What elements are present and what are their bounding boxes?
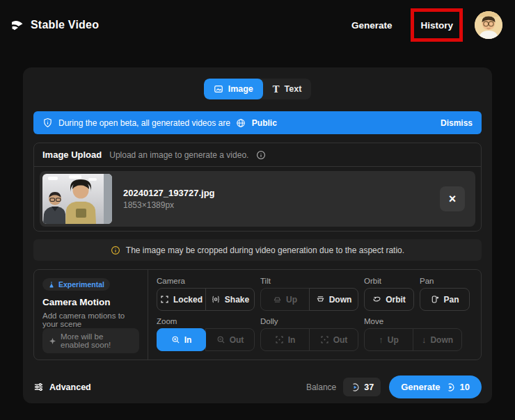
camera-motion-title: Camera Motion bbox=[42, 297, 139, 307]
arrow-down-icon: ↓ bbox=[422, 335, 427, 344]
dolly-out-button[interactable]: Out bbox=[309, 328, 358, 351]
move-up-label: Up bbox=[388, 335, 399, 345]
group-orbit: Orbit Orbit bbox=[364, 277, 414, 311]
zoom-in-button[interactable]: In bbox=[157, 328, 206, 351]
camera-shake-button[interactable]: Shake bbox=[205, 288, 255, 311]
remove-image-button[interactable]: × bbox=[440, 186, 465, 211]
pan-button[interactable]: Pan bbox=[420, 288, 470, 311]
text-icon: T bbox=[273, 85, 280, 94]
group-camera-label: Camera bbox=[157, 277, 255, 285]
tab-image[interactable]: Image bbox=[204, 79, 263, 99]
more-enabled-soon-label: More will be enabled soon! bbox=[61, 332, 133, 349]
top-nav: Generate History bbox=[351, 8, 502, 42]
balance-value: 37 bbox=[364, 382, 374, 392]
arrow-up-icon: ↑ bbox=[379, 335, 383, 344]
group-tilt-label: Tilt bbox=[260, 277, 358, 285]
group-move: Move ↑ Up ↓ Down bbox=[364, 317, 462, 351]
camera-motion-subtitle: Add camera motions to your scene bbox=[42, 312, 139, 328]
globe-icon bbox=[236, 118, 246, 128]
tilt-up-label: Up bbox=[286, 295, 297, 305]
zoom-in-label: In bbox=[184, 335, 192, 345]
warning-info-icon bbox=[111, 245, 120, 255]
balance-label: Balance bbox=[306, 382, 336, 392]
group-dolly-label: Dolly bbox=[260, 317, 358, 325]
flask-icon bbox=[48, 281, 55, 289]
dismiss-button[interactable]: Dismiss bbox=[441, 118, 473, 128]
zoom-out-label: Out bbox=[230, 335, 244, 345]
tab-text[interactable]: T Text bbox=[263, 79, 311, 99]
group-zoom: Zoom In bbox=[157, 317, 255, 351]
group-move-label: Move bbox=[364, 317, 462, 325]
move-down-button[interactable]: ↓ Down bbox=[413, 328, 462, 351]
banner-visibility: Public bbox=[252, 118, 277, 128]
crop-notice: The image may be cropped during video ge… bbox=[33, 239, 482, 261]
file-name: 20240127_193727.jpg bbox=[123, 188, 215, 198]
zoom-out-button[interactable]: Out bbox=[205, 328, 255, 351]
orbit-label: Orbit bbox=[386, 295, 406, 305]
group-dolly: Dolly In bbox=[260, 317, 358, 351]
experimental-badge: Experimental bbox=[42, 278, 110, 291]
tab-image-label: Image bbox=[228, 84, 253, 94]
group-camera: Camera Locked bbox=[157, 277, 255, 311]
dolly-in-label: In bbox=[288, 335, 296, 345]
user-avatar[interactable] bbox=[475, 11, 502, 39]
uploaded-file-card: 20240127_193727.jpg 1853×1389px × bbox=[40, 171, 475, 227]
dolly-in-icon bbox=[275, 335, 284, 344]
dolly-in-button[interactable]: In bbox=[260, 328, 310, 351]
cost-credits-icon bbox=[445, 382, 455, 392]
generate-label: Generate bbox=[401, 382, 440, 392]
camera-shake-label: Shake bbox=[225, 295, 249, 305]
app-header: Stable Video Generate History bbox=[0, 0, 515, 50]
tilt-down-label: Down bbox=[329, 295, 352, 305]
dolly-out-icon bbox=[320, 335, 329, 344]
crop-notice-text: The image may be cropped during video ge… bbox=[126, 245, 404, 255]
beta-banner: During the open beta, all generated vide… bbox=[33, 111, 482, 134]
file-dimensions: 1853×1389px bbox=[123, 200, 215, 210]
group-zoom-label: Zoom bbox=[157, 317, 255, 325]
info-icon[interactable] bbox=[256, 150, 266, 160]
camera-locked-label: Locked bbox=[173, 295, 203, 305]
move-down-label: Down bbox=[430, 335, 453, 345]
upload-title: Image Upload bbox=[42, 150, 102, 160]
group-pan: Pan Pan bbox=[420, 277, 470, 311]
brand-name: Stable Video bbox=[31, 19, 99, 31]
camera-locked-button[interactable]: Locked bbox=[157, 288, 206, 311]
zoom-out-icon bbox=[216, 335, 225, 344]
tilt-down-button[interactable]: Down bbox=[309, 288, 358, 311]
pan-icon bbox=[430, 295, 439, 304]
input-mode-tabs: Image T Text bbox=[204, 79, 312, 99]
nav-generate[interactable]: Generate bbox=[351, 20, 393, 31]
panel-footer: Advanced Balance 37 Generate bbox=[33, 375, 482, 398]
orbit-button[interactable]: Orbit bbox=[364, 288, 414, 311]
group-tilt: Tilt Up bbox=[260, 277, 358, 311]
tilt-up-button[interactable]: Up bbox=[260, 288, 310, 311]
sliders-icon bbox=[33, 382, 44, 392]
dolly-out-label: Out bbox=[333, 335, 348, 345]
move-up-button[interactable]: ↑ Up bbox=[364, 328, 413, 351]
locked-crop-icon bbox=[160, 295, 169, 304]
shake-icon bbox=[211, 295, 221, 304]
pan-label: Pan bbox=[443, 295, 459, 305]
sparkle-icon bbox=[49, 337, 56, 345]
generate-cost: 10 bbox=[460, 382, 470, 392]
advanced-toggle[interactable]: Advanced bbox=[33, 382, 91, 392]
orbit-icon bbox=[372, 295, 381, 304]
balance-pill[interactable]: 37 bbox=[343, 378, 381, 396]
close-icon: × bbox=[449, 193, 457, 205]
tab-text-label: Text bbox=[285, 84, 302, 94]
zoom-in-icon bbox=[171, 335, 180, 344]
nav-history[interactable]: History bbox=[420, 20, 453, 31]
credits-icon bbox=[350, 382, 360, 392]
image-icon bbox=[214, 84, 223, 94]
image-upload-section: Image Upload Upload an image to generate… bbox=[33, 143, 482, 232]
uploaded-image-thumbnail bbox=[42, 174, 112, 224]
tilt-up-icon bbox=[273, 295, 282, 304]
tilt-down-icon bbox=[316, 295, 325, 304]
upload-subtitle: Upload an image to generate a video. bbox=[109, 150, 248, 160]
brand[interactable]: Stable Video bbox=[10, 19, 99, 31]
more-enabled-soon-pill: More will be enabled soon! bbox=[42, 328, 139, 353]
generate-button[interactable]: Generate 10 bbox=[389, 375, 482, 398]
advanced-label: Advanced bbox=[49, 382, 91, 392]
annotation-highlight-box: History bbox=[411, 8, 463, 42]
stable-video-logo-icon bbox=[10, 19, 25, 31]
